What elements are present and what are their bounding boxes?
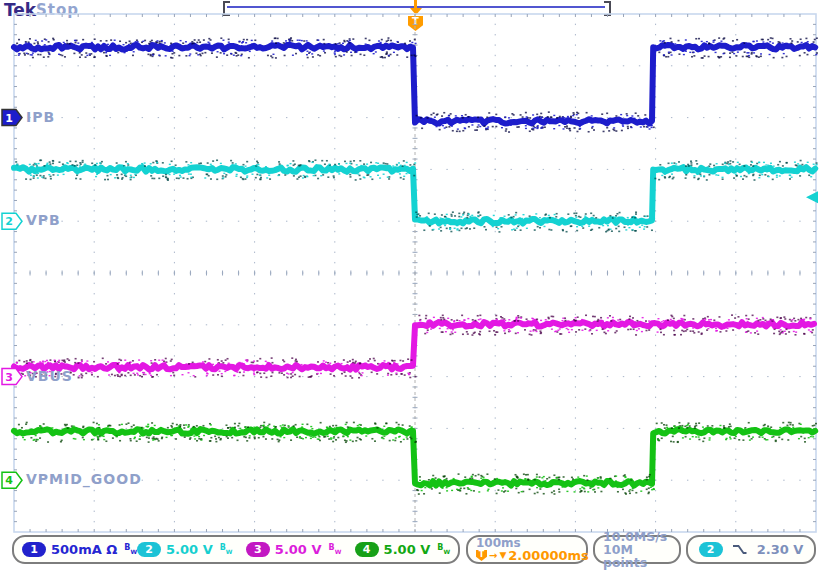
oscilloscope-screen: Tek Stop T 1234 IPB VPB VBUS VPMID_GOOD … — [0, 0, 819, 572]
trigger-t-icon: T — [476, 550, 487, 561]
channel-2-position-marker[interactable]: 2 — [2, 213, 22, 229]
channel-2-trace — [14, 159, 818, 232]
arrow-right-icon: → — [489, 549, 497, 562]
channel-2-label: VPB — [26, 212, 61, 228]
channel-2-readout[interactable]: 2 5.00 V BW — [137, 542, 246, 557]
delay-cursor-icon: ▼ — [499, 549, 506, 562]
bandwidth-limit-icon: BW — [220, 543, 233, 556]
falling-edge-icon — [732, 543, 748, 556]
trigger-source-badge[interactable]: 2 — [699, 542, 723, 557]
channel-1-trace — [14, 37, 818, 133]
horizontal-delay-value: 2.00000ms — [508, 549, 589, 562]
channel-2-badge[interactable]: 2 — [137, 542, 161, 557]
channel-3-badge[interactable]: 3 — [246, 542, 270, 557]
channel-4-label: VPMID_GOOD — [26, 471, 142, 487]
trigger-level-value: 2.30 V — [757, 542, 804, 557]
trigger-readout[interactable]: 2 2.30 V — [686, 535, 816, 564]
bandwidth-limit-icon: BW — [437, 543, 450, 556]
svg-text:2: 2 — [5, 215, 13, 228]
acquisition-readout[interactable]: 10.0MS/s 10M points — [593, 535, 681, 564]
channel-1-readout[interactable]: 1 500mA Ω BW — [22, 542, 137, 557]
horizontal-readout[interactable]: 100ms T→▼ 2.00000ms — [466, 535, 588, 564]
channel-1-label: IPB — [26, 109, 55, 125]
channel-3-readout[interactable]: 3 5.00 V BW — [246, 542, 355, 557]
channel-3-trace — [14, 314, 814, 378]
ohm-coupling-icon: Ω — [106, 542, 117, 557]
svg-text:1: 1 — [5, 112, 13, 125]
channel-4-position-marker[interactable]: 4 — [2, 472, 22, 488]
channel-1-badge[interactable]: 1 — [22, 542, 46, 557]
record-length: 10M points — [603, 543, 679, 569]
bandwidth-limit-icon: BW — [329, 543, 342, 556]
svg-text:4: 4 — [5, 474, 13, 487]
bandwidth-limit-icon: BW — [124, 543, 137, 556]
channel-1-position-marker[interactable]: 1 — [2, 110, 22, 126]
channel-3-label: VBUS — [26, 368, 73, 384]
channel-scale-readouts: 1 500mA Ω BW 2 5.00 V BW 3 5.00 V BW 4 5… — [12, 535, 460, 564]
channel-4-badge[interactable]: 4 — [355, 542, 379, 557]
trigger-level-marker-icon[interactable] — [806, 191, 818, 203]
svg-text:3: 3 — [5, 371, 13, 384]
channel-4-readout[interactable]: 4 5.00 V BW — [355, 542, 450, 557]
